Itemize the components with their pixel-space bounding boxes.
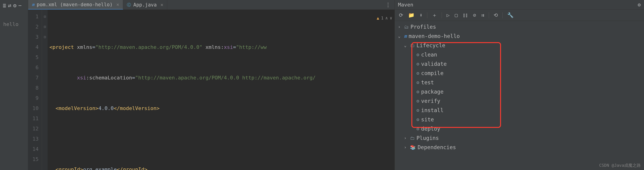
inspection-badge[interactable]: ▲ 1 ∧ ∨	[377, 13, 392, 23]
line-number: 6	[28, 62, 38, 73]
maven-header: Maven ⚙	[395, 0, 644, 10]
tree-profiles[interactable]: › 🗂 Profiles	[396, 22, 643, 32]
close-icon[interactable]: ×	[160, 2, 163, 8]
show-dependencies-icon[interactable]: ⟲	[492, 11, 500, 19]
tree-label: Lifecycle	[416, 41, 445, 50]
editor-area: m pom.xml (maven-demo-hello) × Ⓒ App.jav…	[28, 0, 394, 170]
tree-goal-deploy[interactable]: ⚙deploy	[396, 124, 643, 133]
main-toolbar: ≣ ⇄ ⚙ − hello	[0, 0, 28, 170]
tree-goal-package[interactable]: ⚙package	[396, 87, 643, 96]
add-icon[interactable]: ＋	[430, 11, 439, 20]
tab-label: App.java	[133, 2, 156, 8]
tree-label: package	[421, 87, 444, 96]
tree-goal-validate[interactable]: ⚙validate	[396, 59, 643, 68]
skip-tests-icon[interactable]: ⊘	[471, 11, 478, 19]
tree-dependencies[interactable]: › 📚 Dependencies	[396, 143, 643, 152]
wrench-icon[interactable]: 🔧	[506, 11, 515, 19]
tree-lifecycle[interactable]: ⌄ 🗀 Lifecycle	[396, 41, 643, 50]
tree-label: Profiles	[410, 22, 436, 32]
editor-tab-bar: m pom.xml (maven-demo-hello) × Ⓒ App.jav…	[28, 0, 394, 10]
gear-icon: ⚙	[416, 87, 419, 96]
code-line: <project xmlns="http://maven.apache.org/…	[50, 42, 394, 52]
line-gutter: 1 2 3 4 5 6 7 8 9 10 11 12 13 14 15	[28, 10, 42, 170]
line-number: 15	[28, 154, 38, 164]
editor-body: 1 2 3 4 5 6 7 8 9 10 11 12 13 14 15 ⊟⊟⊟ …	[28, 10, 394, 170]
tab-app-java[interactable]: Ⓒ App.java ×	[123, 0, 167, 10]
generate-sources-icon[interactable]: 📁	[406, 11, 416, 19]
line-number: 14	[28, 144, 38, 154]
maven-file-icon: m	[32, 2, 34, 7]
line-number: 9	[28, 93, 38, 103]
watermark: CSDN @Java成魔之路	[599, 162, 641, 168]
line-number: 5	[28, 52, 38, 62]
maven-toolbar: ⟳ 📁 ⬇ ＋ ▷ ▢ ⫿⫿ ⊘ ⇉ ⟲ 🔧	[395, 10, 644, 21]
folder-icon: 🗀	[410, 41, 415, 50]
separator	[442, 12, 442, 18]
chevron-right-icon: ›	[398, 22, 402, 32]
tab-pom-xml[interactable]: m pom.xml (maven-demo-hello) ×	[28, 0, 123, 10]
maven-tree: › 🗂 Profiles ⌄ m maven-demo-hello ⌄ 🗀 Li…	[395, 21, 644, 170]
fold-gutter: ⊟⊟⊟	[42, 10, 48, 170]
gear-icon: ⚙	[416, 106, 419, 115]
line-number: 10	[28, 103, 38, 114]
gear-icon: ⚙	[416, 78, 419, 87]
maven-project-icon: m	[404, 32, 407, 41]
chevron-right-icon: ›	[404, 143, 408, 152]
select-icon[interactable]: ⇄	[8, 2, 11, 9]
tree-label: Dependencies	[418, 143, 456, 152]
code-editor[interactable]: ▲ 1 ∧ ∨ <project xmlns="http://maven.apa…	[48, 10, 394, 170]
tree-label: clean	[421, 50, 437, 59]
execute-window-icon[interactable]: ▢	[453, 11, 460, 19]
code-line: <groupId>org.example</groupId>	[50, 164, 394, 170]
tree-label: compile	[421, 68, 444, 78]
code-line	[50, 134, 394, 144]
tree-label: deploy	[421, 124, 440, 133]
tree-goal-test[interactable]: ⚙test	[396, 78, 643, 87]
tree-goal-clean[interactable]: ⚙clean	[396, 50, 643, 59]
tree-label: maven-demo-hello	[408, 32, 460, 41]
refresh-icon[interactable]: ⟳	[397, 11, 405, 19]
gear-icon: ⚙	[416, 124, 419, 133]
tree-label: install	[421, 106, 444, 115]
indent-icon[interactable]: ≣	[3, 2, 6, 9]
settings-icon[interactable]: ⚙	[638, 2, 641, 8]
warning-icon: ▲	[377, 13, 379, 23]
tab-overflow-icon[interactable]: ⋮	[382, 0, 394, 10]
minimize-icon[interactable]: −	[18, 2, 22, 9]
run-icon[interactable]: ▷	[445, 11, 451, 19]
maven-tool-window: Maven ⚙ ⟳ 📁 ⬇ ＋ ▷ ▢ ⫿⫿ ⊘ ⇉ ⟲ 🔧 › 🗂 Profi…	[394, 0, 644, 170]
gear-icon: ⚙	[416, 115, 419, 124]
gear-icon: ⚙	[416, 59, 419, 68]
tree-goal-site[interactable]: ⚙site	[396, 115, 643, 124]
toggle-offline-icon[interactable]: ⫿⫿	[461, 11, 470, 19]
separator	[489, 12, 489, 18]
code-line: xsi:schemaLocation="http://maven.apache.…	[50, 73, 394, 83]
download-sources-icon[interactable]: ⬇	[418, 11, 424, 19]
chevron-up-icon[interactable]: ∧	[385, 13, 388, 23]
chevron-right-icon: ›	[404, 133, 408, 143]
folder-icon: 🗀	[410, 133, 415, 143]
gear-icon: ⚙	[416, 68, 419, 78]
tree-plugins[interactable]: › 🗀 Plugins	[396, 133, 643, 143]
gear-icon: ⚙	[416, 96, 419, 106]
tree-goal-compile[interactable]: ⚙compile	[396, 68, 643, 78]
tree-goal-install[interactable]: ⚙install	[396, 106, 643, 115]
project-label: hello	[3, 21, 18, 27]
tree-goal-verify[interactable]: ⚙verify	[396, 96, 643, 106]
settings-icon[interactable]: ⚙	[13, 2, 16, 9]
line-number: 11	[28, 114, 38, 124]
collapse-icon[interactable]: ⇉	[479, 11, 486, 19]
tree-label: validate	[421, 59, 447, 68]
tree-label: Plugins	[416, 133, 439, 143]
tree-label: verify	[421, 96, 440, 106]
code-line: <modelVersion>4.0.0</modelVersion>	[50, 103, 394, 114]
separator	[427, 12, 427, 18]
close-icon[interactable]: ×	[116, 2, 120, 8]
profiles-icon: 🗂	[404, 22, 408, 32]
java-class-icon: Ⓒ	[127, 2, 131, 8]
tree-project[interactable]: ⌄ m maven-demo-hello	[396, 32, 643, 41]
project-item-hello[interactable]: hello	[1, 20, 27, 29]
chevron-down-icon[interactable]: ∨	[390, 13, 392, 23]
line-number: 4	[28, 42, 38, 52]
separator	[502, 12, 503, 18]
